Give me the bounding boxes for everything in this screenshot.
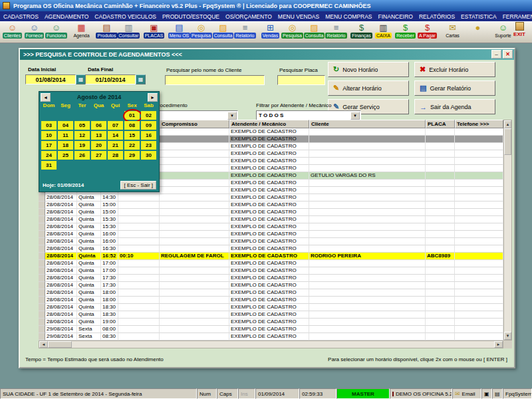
menu-item-ferramentas[interactable]: FERRAMENTAS xyxy=(503,13,532,20)
scroll-up-icon[interactable]: ▲ xyxy=(504,120,511,128)
menu-item-cadastro-veiculos[interactable]: CADASTRO VEICULOS xyxy=(94,13,156,20)
table-row[interactable]: 28/08/2014Quinta18:00EXEMPLO DE CADASTRO xyxy=(39,289,503,297)
calendar-next-button[interactable]: ► xyxy=(148,93,158,102)
row-selector[interactable] xyxy=(39,297,45,304)
calendar-day[interactable]: 07 xyxy=(108,121,123,130)
chevron-down-icon[interactable]: ▼ xyxy=(227,112,237,120)
vertical-scrollbar[interactable]: ▲ ▼ xyxy=(503,120,512,340)
horizontal-scrollbar[interactable]: ◄ ► xyxy=(39,340,503,348)
row-selector[interactable] xyxy=(39,289,45,297)
alterar-horario-button[interactable]: ✎ Alterar Horário xyxy=(328,80,409,96)
exit-button[interactable]: EXIT xyxy=(509,22,530,42)
menu-item-produto-estoque[interactable]: PRODUTO/ESTOQUE xyxy=(162,13,219,20)
calendar-day[interactable]: 04 xyxy=(58,121,73,130)
toolbar-vendas-consulta-button[interactable]: ▨ Consulta xyxy=(303,23,325,43)
toolbar-fornecedores-button[interactable]: ☺ Fornece xyxy=(23,23,45,43)
calendar-day[interactable]: 14 xyxy=(108,131,123,140)
toolbar-a-pagar-button[interactable]: $ A Pagar xyxy=(416,23,438,43)
calendar-day[interactable]: 01 xyxy=(124,111,140,120)
calendar-day[interactable]: 08 xyxy=(124,121,140,130)
toolbar-moedas-button[interactable]: ● xyxy=(467,23,489,43)
menu-item-estatistica[interactable]: ESTATISTICA xyxy=(461,13,497,20)
table-row[interactable]: 28/08/2014Quinta16:00EXEMPLO DE CADASTRO xyxy=(39,231,503,238)
table-row[interactable]: 28/08/2014Quinta18:30EXEMPLO DE CADASTRO xyxy=(39,304,503,311)
toolbar-clientes-button[interactable]: ☺ Clientes xyxy=(1,23,23,43)
table-row[interactable]: 28/08/2014Quinta18:30EXEMPLO DE CADASTRO xyxy=(39,311,503,319)
table-row[interactable]: 28/08/2014Quinta16:00EXEMPLO DE CADASTRO xyxy=(39,238,503,245)
toolbar-agenda-button[interactable]: ▦ Agenda xyxy=(70,23,92,43)
calendar-day[interactable]: 20 xyxy=(91,141,106,150)
table-row[interactable]: 28/08/2014Quinta16:30EXEMPLO DE CADASTRO xyxy=(39,245,503,253)
table-row[interactable]: 28/08/2014Quinta18:00EXEMPLO DE CADASTRO xyxy=(39,297,503,304)
table-row[interactable]: 28/08/2014Quinta15:00EXEMPLO DE CADASTRO xyxy=(39,209,503,216)
menu-item-cadastros[interactable]: CADASTROS xyxy=(3,13,39,20)
table-row[interactable]: 28/08/2014Quinta17:00EXEMPLO DE CADASTRO xyxy=(39,267,503,275)
chevron-down-icon[interactable]: ▼ xyxy=(350,112,360,120)
data-inicial-input[interactable] xyxy=(25,74,76,84)
table-row[interactable]: 28/08/2014Quinta17:30EXEMPLO DE CADASTRO xyxy=(39,282,503,289)
column-header[interactable]: Cliente xyxy=(309,120,426,128)
column-header[interactable]: Compromisso xyxy=(160,120,229,128)
table-row[interactable]: 28/08/2014Quinta15:30EXEMPLO DE CADASTRO xyxy=(39,223,503,231)
calendar-day[interactable]: 30 xyxy=(141,151,156,160)
toolbar-vendas-relatorio-button[interactable]: ≡ Relatório xyxy=(325,23,347,43)
calendar-day[interactable]: 16 xyxy=(141,131,156,140)
table-row[interactable]: 28/08/2014Quinta15:00EXEMPLO DE CADASTRO xyxy=(39,201,503,209)
calendar-day[interactable]: 13 xyxy=(91,131,106,140)
column-header[interactable]: Atendente / Mecânico xyxy=(229,120,309,128)
calendar-day[interactable]: 12 xyxy=(74,131,90,140)
scroll-right-icon[interactable]: ► xyxy=(494,341,503,348)
row-selector[interactable] xyxy=(39,238,45,245)
minimize-button[interactable]: – xyxy=(491,50,501,59)
calendar-day[interactable]: 29 xyxy=(124,151,140,160)
status-email[interactable]: ✉ Email xyxy=(452,388,481,399)
table-row[interactable]: 28/08/2014Quinta15:30EXEMPLO DE CADASTRO xyxy=(39,216,503,223)
novo-horario-button[interactable]: ↻ Novo Horário xyxy=(328,62,409,77)
table-row[interactable]: 29/08/2014Sexta08:00EXEMPLO DE CADASTRO xyxy=(39,326,503,333)
toolbar-placas-button[interactable]: ▣ PLACAS xyxy=(143,23,165,43)
row-selector[interactable] xyxy=(39,245,45,253)
table-row[interactable]: 28/08/2014Quinta14:30EXEMPLO DE CADASTRO xyxy=(39,194,503,201)
calendar-day[interactable]: 26 xyxy=(74,151,90,160)
row-selector[interactable] xyxy=(39,260,45,267)
calendar-esc-button[interactable]: [ Esc - Sair ] xyxy=(120,181,156,190)
calendar-prev-button[interactable]: ◄ xyxy=(41,93,51,102)
calendar-day[interactable]: 09 xyxy=(141,121,156,130)
excluir-horario-button[interactable]: ✖ Excluir Horário xyxy=(414,62,495,77)
row-selector[interactable] xyxy=(39,231,45,238)
calendar-day[interactable]: 31 xyxy=(41,161,57,170)
table-row[interactable]: 28/08/2014Quinta17:30EXEMPLO DE CADASTRO xyxy=(39,275,503,282)
calendar-day[interactable]: 24 xyxy=(41,151,57,160)
calendar-day[interactable]: 25 xyxy=(58,151,73,160)
pesquisar-placa-input[interactable] xyxy=(277,75,325,85)
toolbar-consultar-produtos-button[interactable]: ▥ Consultar xyxy=(118,23,140,43)
calendar-day[interactable]: 05 xyxy=(74,121,90,130)
calendar-day[interactable]: 11 xyxy=(58,131,73,140)
row-selector[interactable] xyxy=(39,209,45,216)
menu-item-relatorios[interactable]: RELATÓRIOS xyxy=(419,13,455,20)
table-row[interactable]: 28/08/2014Quinta19:00EXEMPLO DE CADASTRO xyxy=(39,319,503,326)
toolbar-receber-button[interactable]: $ Receber xyxy=(394,23,416,43)
calendar-day[interactable]: 21 xyxy=(108,141,123,150)
row-selector[interactable] xyxy=(39,282,45,289)
toolbar-vendas-button[interactable]: ⊞ Vendas xyxy=(259,23,281,43)
calendar-day[interactable]: 18 xyxy=(58,141,73,150)
calendar-day[interactable]: 28 xyxy=(108,151,123,160)
row-selector[interactable] xyxy=(39,267,45,275)
toolbar-financas-button[interactable]: $ Finanças xyxy=(350,23,372,43)
scroll-down-icon[interactable]: ▼ xyxy=(504,332,511,340)
row-selector[interactable] xyxy=(39,201,45,209)
menu-item-menu-vendas[interactable]: MENU VENDAS xyxy=(278,13,319,20)
row-selector[interactable] xyxy=(39,223,45,231)
calendar-day[interactable]: 10 xyxy=(41,131,57,140)
calendar-day[interactable]: 15 xyxy=(124,131,140,140)
menu-item-financeiro[interactable]: FINANCEIRO xyxy=(378,13,413,20)
row-selector[interactable] xyxy=(39,319,45,326)
scrollbar-thumb[interactable] xyxy=(504,128,511,155)
data-final-input[interactable] xyxy=(85,74,136,84)
calendar-day[interactable]: 22 xyxy=(124,141,140,150)
toolbar-vendas-pesquisa-button[interactable]: ◎ Pesquisa xyxy=(281,23,303,43)
calendar-day[interactable]: 06 xyxy=(91,121,106,130)
calendar-day[interactable]: 17 xyxy=(41,141,57,150)
calendar-day[interactable]: 27 xyxy=(91,151,106,160)
